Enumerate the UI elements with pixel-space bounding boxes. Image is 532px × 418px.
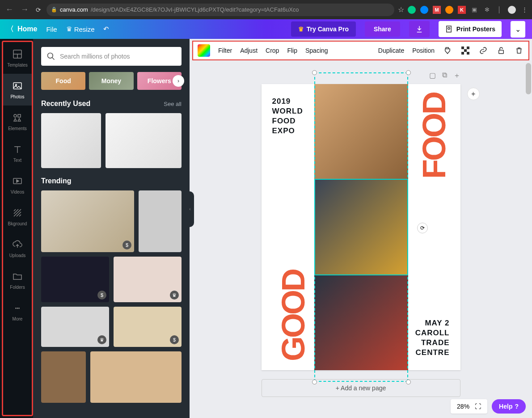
extension-icon-2[interactable]	[445, 6, 453, 14]
chips-next[interactable]: ›	[173, 75, 184, 87]
grammarly-icon[interactable]	[408, 6, 416, 14]
duplicate-button[interactable]: Duplicate	[378, 47, 404, 54]
extension-icon-4[interactable]: ✻	[483, 6, 491, 14]
download-button[interactable]	[409, 21, 430, 37]
crop-button[interactable]: Crop	[266, 47, 279, 54]
filter-button[interactable]: Filter	[218, 47, 232, 54]
help-button[interactable]: Help ?	[492, 399, 526, 414]
gmail-icon[interactable]: M	[433, 6, 441, 14]
lock-icon[interactable]	[496, 46, 506, 55]
poster-image[interactable]	[314, 275, 408, 370]
chip-money[interactable]: Money	[89, 72, 133, 90]
extension-k-icon[interactable]: K	[458, 6, 466, 14]
rail-text[interactable]: Text	[3, 137, 32, 169]
share-button[interactable]: Share	[365, 21, 400, 37]
rail-label: Bkground	[8, 221, 27, 226]
category-chips: Food Money Flowers ›	[41, 72, 182, 90]
help-label: Help	[499, 403, 512, 410]
photo-thumbnail[interactable]: ♛	[41, 307, 109, 347]
transparency-icon[interactable]	[460, 46, 470, 55]
star-icon[interactable]: ☆	[398, 5, 404, 14]
poster-good-text[interactable]: GOOD	[275, 270, 312, 361]
chevron-left-icon: 〈	[7, 25, 14, 34]
panel-collapse-button[interactable]: ‹	[186, 191, 194, 227]
photo-thumbnail[interactable]: $	[114, 307, 182, 347]
profile-avatar[interactable]	[508, 6, 516, 14]
trash-icon[interactable]	[514, 46, 524, 55]
photo-thumbnail[interactable]: ♛	[114, 257, 182, 302]
photo-thumbnail[interactable]	[139, 190, 182, 252]
magic-button[interactable]: ✦	[467, 88, 480, 100]
resize-menu[interactable]: ♛ Resize	[66, 25, 95, 33]
left-rail: Templates Photos Elements Text Videos Bk…	[2, 41, 33, 416]
photo-thumbnail[interactable]: $	[41, 190, 134, 252]
flip-button[interactable]: Flip	[287, 47, 297, 54]
rail-background[interactable]: Bkground	[3, 201, 32, 232]
url-bar[interactable]: 🔒 canva.com /design/DADxE4ZGC8E/k7OJvI-j…	[46, 4, 394, 16]
search-input[interactable]	[60, 53, 176, 60]
back-button[interactable]: ←	[4, 3, 15, 16]
see-all-link[interactable]: See all	[164, 101, 182, 107]
try-canva-pro-button[interactable]: ♛ Try Canva Pro	[291, 21, 356, 37]
poster-image-selected[interactable]	[314, 179, 408, 275]
resize-handle-sw[interactable]	[312, 380, 317, 384]
question-icon: ?	[515, 403, 519, 410]
photo-thumbnail[interactable]	[106, 113, 182, 168]
rail-more[interactable]: ••• More	[3, 296, 32, 328]
design-page[interactable]: 2019 WORLD FOOD EXPO FOOD GOOD MAY 2	[262, 84, 460, 370]
color-picker[interactable]	[198, 44, 210, 57]
forward-button[interactable]: →	[19, 3, 30, 16]
file-menu[interactable]: File	[46, 25, 57, 33]
rail-folders[interactable]: Folders	[3, 264, 32, 296]
divider: │	[495, 6, 503, 14]
object-toolbar: Filter Adjust Crop Flip Spacing Duplicat…	[192, 41, 529, 60]
add-page-icon[interactable]: ＋	[453, 71, 460, 80]
rail-videos[interactable]: Videos	[3, 169, 32, 201]
rail-photos[interactable]: Photos	[3, 74, 32, 106]
undo-button[interactable]: ↶	[103, 25, 109, 33]
position-button[interactable]: Position	[412, 47, 435, 54]
menu-dots-icon[interactable]: ⋮	[520, 6, 528, 14]
photo-search[interactable]	[41, 47, 182, 66]
resize-handle-nw[interactable]	[312, 70, 317, 75]
copy-style-icon[interactable]	[443, 46, 452, 55]
url-path: /design/DADxE4ZGC8E/k7OJvI-jBWICYLjd6cPX…	[91, 6, 299, 13]
resize-handle-se[interactable]	[406, 380, 411, 384]
rotate-handle[interactable]: ⟳	[417, 223, 428, 233]
link-icon[interactable]	[478, 46, 488, 55]
fullscreen-icon[interactable]: ⛶	[475, 403, 481, 410]
poster-top-text[interactable]: 2019 WORLD FOOD EXPO	[272, 97, 303, 136]
rail-label: Uploads	[9, 253, 26, 258]
rail-elements[interactable]: Elements	[3, 106, 32, 137]
photo-thumbnail[interactable]	[41, 351, 86, 403]
adjust-button[interactable]: Adjust	[240, 47, 258, 54]
svg-rect-15	[461, 52, 464, 55]
duplicate-page-icon[interactable]: ⧉	[442, 71, 447, 80]
chip-food[interactable]: Food	[41, 72, 85, 90]
folders-icon	[12, 270, 23, 282]
photo-thumbnail[interactable]	[41, 113, 101, 168]
rail-templates[interactable]: Templates	[3, 42, 32, 74]
extension-icon[interactable]	[420, 6, 428, 14]
try-pro-label: Try Canva Pro	[307, 25, 349, 33]
svg-point-1	[448, 27, 450, 30]
svg-point-10	[48, 53, 53, 59]
home-button[interactable]: 〈 Home	[7, 25, 37, 34]
svg-rect-13	[464, 49, 467, 52]
photo-thumbnail[interactable]	[90, 351, 182, 403]
poster-bottom-text[interactable]: MAY 2 CAROLL TRADE CENTRE	[415, 318, 450, 358]
photo-thumbnail[interactable]: $	[41, 257, 109, 302]
rail-uploads[interactable]: Uploads	[3, 232, 32, 264]
notes-icon[interactable]: ▢	[429, 71, 436, 80]
extension-icon-3[interactable]: ▣	[470, 6, 478, 14]
poster-food-text[interactable]: FOOD	[416, 93, 452, 179]
add-page-button[interactable]: + Add a new page	[262, 379, 460, 397]
print-dropdown[interactable]: ⌄	[511, 21, 525, 38]
poster-image[interactable]	[314, 84, 408, 179]
zoom-control[interactable]: 28% ⛶	[451, 399, 487, 414]
print-posters-button[interactable]: Print Posters	[439, 21, 502, 37]
vertical-scrollbar[interactable]	[526, 63, 531, 94]
reload-button[interactable]: ⟳	[34, 4, 43, 15]
spacing-button[interactable]: Spacing	[305, 47, 328, 54]
resize-handle-ne[interactable]	[406, 70, 411, 75]
